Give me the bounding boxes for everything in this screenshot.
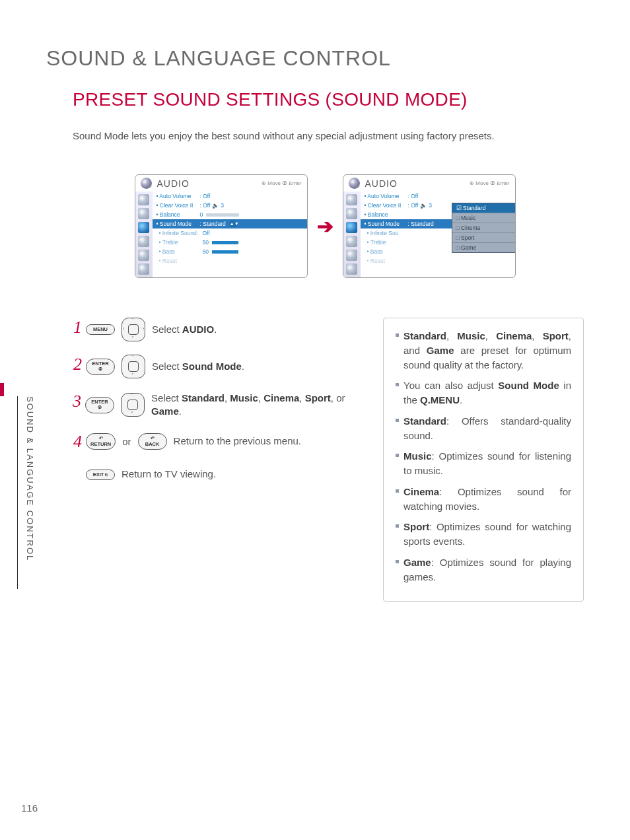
osd-subitem: • Infinite Sound:	[157, 230, 203, 236]
or-text: or	[122, 436, 131, 447]
osd-subitem: • Infinite Sou	[365, 230, 420, 236]
osd-sidebar-icons	[343, 192, 361, 277]
menu-button-icon: MENU	[86, 324, 115, 335]
step-3: 3 ENTER ˄˅ Select Standard, Music, Cinem…	[73, 392, 363, 419]
step-number: 1	[73, 318, 82, 337]
return-button-icon: RETURN	[86, 433, 116, 450]
intro-text: Sound Mode lets you enjoy the best sound…	[73, 130, 584, 141]
info-item: Music: Optimizes sound for listening to …	[396, 449, 571, 478]
osd-title: AUDIO	[365, 178, 398, 189]
speaker-icon: o	[141, 178, 152, 189]
step-number: 2	[73, 355, 82, 374]
osd-hints: ⊕ Move ⦿ Enter	[470, 180, 509, 186]
step-number: 3	[73, 392, 81, 411]
popup-item: Standard	[452, 203, 516, 213]
osd-subitem: • Treble	[157, 239, 203, 246]
sound-mode-popup: Standard Music Cinema Sport Game	[452, 203, 516, 253]
step-2: 2 ENTER ˄˅ Select Sound Mode.	[73, 355, 363, 378]
osd-item: • Clear Voice II	[157, 202, 200, 209]
manual-page: SOUND & LANGUAGE CONTROL PRESET SOUND SE…	[0, 0, 630, 840]
info-item: You can also adjust Sound Mode in the Q.…	[396, 378, 571, 407]
osd-hints: ⊕ Move ⦿ Enter	[262, 180, 301, 186]
osd-sidebar-icons	[135, 192, 153, 277]
osd-item: • Clear Voice II	[365, 202, 408, 209]
osd-right: o AUDIO ⊕ Move ⦿ Enter • Auto Volume: Of…	[343, 174, 516, 278]
osd-item-selected: • Sound Mode: Standard▲▼	[153, 219, 307, 228]
treble-slider	[212, 241, 238, 244]
dpad-icon: ˄˅	[121, 393, 145, 417]
info-item: Standard, Music, Cinema, Sport, and Game…	[396, 329, 571, 372]
step-exit: . EXIT Return to TV viewing.	[73, 465, 363, 485]
page-subtitle: PRESET SOUND SETTINGS (SOUND MODE)	[73, 89, 584, 110]
osd-list: • Auto Volume: Off • Clear Voice II: Off…	[153, 192, 307, 277]
info-item: Cinema: Optimizes sound for watching mov…	[396, 485, 571, 514]
info-item: Standard: Offers standard-quality sound.	[396, 414, 571, 443]
step-1: 1 MENU ˄˅‹› Select AUDIO.	[73, 318, 363, 341]
back-button-icon: BACK	[138, 433, 167, 450]
exit-button-icon: EXIT	[86, 470, 115, 480]
step-number: 4	[73, 432, 82, 452]
side-tab: SOUND & LANGUAGE CONTROL	[0, 383, 4, 589]
side-tab-label: SOUND & LANGUAGE CONTROL	[25, 396, 35, 561]
osd-left: o AUDIO ⊕ Move ⦿ Enter • Auto Volume: Of…	[135, 174, 308, 278]
popup-item: Music	[452, 213, 516, 223]
popup-item: Game	[452, 242, 516, 252]
info-box: Standard, Music, Cinema, Sport, and Game…	[383, 318, 584, 602]
arrow-right-icon: ➔	[317, 215, 333, 238]
page-title: SOUND & LANGUAGE CONTROL	[46, 46, 584, 71]
osd-subitem: • Treble	[365, 239, 411, 246]
osd-subitem: • Reset	[157, 258, 203, 264]
osd-item: • Auto Volume	[157, 193, 200, 199]
osd-subitem: • Reset	[365, 258, 411, 264]
page-number: 116	[21, 802, 38, 814]
osd-title: AUDIO	[157, 178, 190, 189]
osd-item: • Balance	[157, 211, 200, 218]
spin-icon: ▲▼	[230, 221, 236, 227]
dpad-icon: ˄˅	[122, 355, 145, 378]
info-item: Sport: Optimizes sound for watching spor…	[396, 520, 571, 549]
step-4: 4 RETURN or BACK Return to the previous …	[73, 432, 363, 452]
osd-item: • Balance	[365, 211, 408, 218]
osd-subitem: • Bass	[157, 248, 203, 255]
osd-subitem: • Bass	[365, 248, 411, 255]
dpad-icon: ˄˅‹›	[122, 318, 145, 341]
bass-slider	[212, 250, 238, 254]
popup-item: Sport	[452, 232, 516, 242]
balance-slider	[206, 213, 239, 217]
speaker-icon: o	[349, 178, 360, 189]
osd-screenshots: o AUDIO ⊕ Move ⦿ Enter • Auto Volume: Of…	[66, 174, 584, 278]
popup-item: Cinema	[452, 223, 516, 232]
enter-button-icon: ENTER	[85, 397, 114, 413]
step-list: 1 MENU ˄˅‹› Select AUDIO. 2 ENTER ˄˅ Sel…	[73, 318, 363, 602]
enter-button-icon: ENTER	[86, 359, 115, 375]
info-item: Game: Optimizes sound for playing games.	[396, 555, 571, 584]
osd-item: • Auto Volume	[365, 193, 408, 199]
